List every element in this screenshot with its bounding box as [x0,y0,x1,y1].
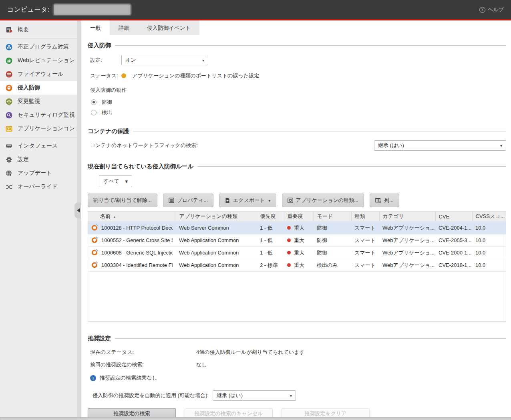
section-title-text: 侵入防御 [88,42,111,49]
export-button[interactable]: エクスポート▾ [219,194,276,207]
web-reputation-icon [5,57,12,64]
rules-filter-value: すべて [103,178,119,185]
section-rule-line [197,166,506,167]
sidebar-item-web-reputation[interactable]: Webレピュテーション [0,54,77,67]
column-header-5[interactable]: 種類 [351,212,379,222]
tab-general[interactable]: 一般 [81,20,110,35]
sidebar-item-label: 不正プログラム対策 [18,43,69,50]
window-title: コンピュータ: [7,6,50,14]
sidebar-item-label: アップデート [18,170,52,177]
sidebar-item-settings[interactable]: 設定 [0,153,77,166]
interface-icon [5,142,12,149]
radio-detect-label: 検出 [102,109,112,116]
column-header-6[interactable]: カテゴリ [379,212,435,222]
status-text: アプリケーションの種類のポートリストの誤った設定 [132,72,259,79]
sidebar-item-integrity-monitoring[interactable]: 変更監視 [0,95,77,108]
sidebar-item-label: Webレピュテーション [18,57,75,64]
sidebar-item-anti-malware[interactable]: 不正プログラム対策 [0,40,77,54]
section-title-text: 現在割り当てられている侵入防御ルール [88,163,193,170]
sidebar-item-firewall[interactable]: ファイアウォール [0,67,77,81]
rules-filter-dropdown[interactable]: すべて ▾ [99,175,132,187]
sidebar-item-interface[interactable]: インタフェース [0,139,77,153]
section-rule-line [115,45,506,46]
assign-unassign-button[interactable]: 割り当て/割り当て解除... [88,194,157,207]
help-button[interactable]: ? ヘルプ [479,6,504,13]
table-row[interactable]: 1000552 - Generic Cross Site S...Web App… [88,234,506,246]
rule-severity: 重大 [294,237,304,244]
table-row[interactable]: 1000128 - HTTP Protocol Deco...Web Serve… [88,222,506,234]
collapse-arrow-icon [75,208,80,212]
application-types-button[interactable]: アプリケーションの種類... [282,194,364,207]
sidebar-item-label: ファイアウォール [18,71,63,78]
status-warning-dot [121,73,126,78]
severity-critical-dot [287,251,291,254]
current-status-value: 4個の侵入防御ルールが割り当てられています [196,349,305,356]
radio-prevent-label: 防御 [102,99,112,106]
container-scan-value: 継承 (はい) [378,142,404,149]
sidebar-item-label: セキュリティログ監視 [18,111,75,119]
sidebar-item-label: オーバーライド [18,183,58,190]
radio-detect[interactable] [91,110,97,115]
override-icon [5,183,12,190]
rule-category: Webアプリケーショ... [379,234,435,246]
container-scan-dropdown[interactable]: 継承 (はい) ▾ [374,140,506,151]
section-intrusion-prevention: 侵入防御 [88,42,506,49]
computer-details-window: コンピュータ: ? ヘルプ 概要不正プログラム対策Webレピュテーションファイア… [0,0,511,420]
radio-prevent[interactable] [91,99,97,105]
sidebar-item-overview[interactable]: 概要 [0,23,77,36]
rule-severity: 重大 [294,262,304,269]
auto-apply-label: 侵入防御の推奨設定を自動的に適用 (可能な場合): [93,392,209,399]
properties-button[interactable]: プロパティ... [163,194,213,207]
recommendation-buttons: 推奨設定の検索推奨設定の検索のキャンセル推奨設定をクリア [88,408,506,417]
sidebar-item-overrides[interactable]: オーバーライド [0,180,77,194]
config-dropdown[interactable]: オン ▾ [121,55,208,65]
scan-recommendations-button[interactable]: 推奨設定の検索 [88,408,176,417]
auto-apply-dropdown[interactable]: 継承 (はい) ▾ [213,390,296,401]
rule-cvss: 10.0 [472,246,506,259]
rule-cve: CVE-2005-3... [435,234,472,246]
rule-icon [91,249,98,257]
application-control-icon [5,125,12,132]
severity-critical-dot [287,238,291,242]
sidebar-item-label: 侵入防御 [18,84,40,91]
column-header-3[interactable]: 重要度 [284,212,314,222]
sidebar-item-updates[interactable]: アップデート [0,166,77,180]
column-header-2[interactable]: 優先度 [257,212,284,222]
rule-type: スマート [351,259,379,271]
sidebar-item-application-control[interactable]: アプリケーションコントロール [0,122,77,135]
tab-advanced[interactable]: 詳細 [110,20,138,35]
rule-priority: 1 - 低 [257,222,284,234]
help-label: ヘルプ [488,6,504,13]
toolbar-button-label: 列... [384,197,394,204]
column-header-8[interactable]: CVSSスコ... [472,212,506,222]
overview-icon [5,26,12,33]
tab-bar: 一般詳細侵入防御イベント [81,20,511,35]
table-row[interactable]: 1000608 - Generic SQL Injectio...Web App… [88,246,506,259]
columns-button[interactable]: 列... [370,194,399,207]
chevron-down-icon: ▾ [269,198,271,203]
table-row[interactable]: 1003304 - Identified Remote Fil...Web Ap… [88,259,506,271]
export-icon [225,198,230,203]
severity-critical-dot [287,263,291,267]
sidebar-item-label: 変更監視 [18,98,40,105]
column-header-1[interactable]: アプリケーションの種類 [176,212,257,222]
column-header-0[interactable]: 名前▲ [88,212,176,222]
rule-name: 1000608 - Generic SQL Injectio... [101,250,173,256]
auto-apply-value: 継承 (はい) [217,392,243,399]
sidebar-collapse-handle[interactable] [74,202,81,218]
column-header-label: CVE [439,214,450,220]
sidebar-item-log-inspection[interactable]: セキュリティログ監視 [0,108,77,122]
sidebar-divider [0,38,77,38]
toolbar-button-label: アプリケーションの種類... [296,197,358,204]
sidebar-divider [0,137,77,137]
column-header-4[interactable]: モード [314,212,351,222]
sidebar-item-label: 設定 [18,156,29,163]
severity-critical-dot [287,226,291,230]
sidebar-item-intrusion-prevention[interactable]: 侵入防御 [0,81,77,95]
column-header-7[interactable]: CVE [435,212,472,222]
rule-priority: 1 - 低 [257,246,284,259]
update-icon [5,170,12,177]
config-dropdown-value: オン [125,57,136,64]
toolbar-button-label: 割り当て/割り当て解除... [93,197,152,204]
tab-ips-events[interactable]: 侵入防御イベント [138,20,199,35]
